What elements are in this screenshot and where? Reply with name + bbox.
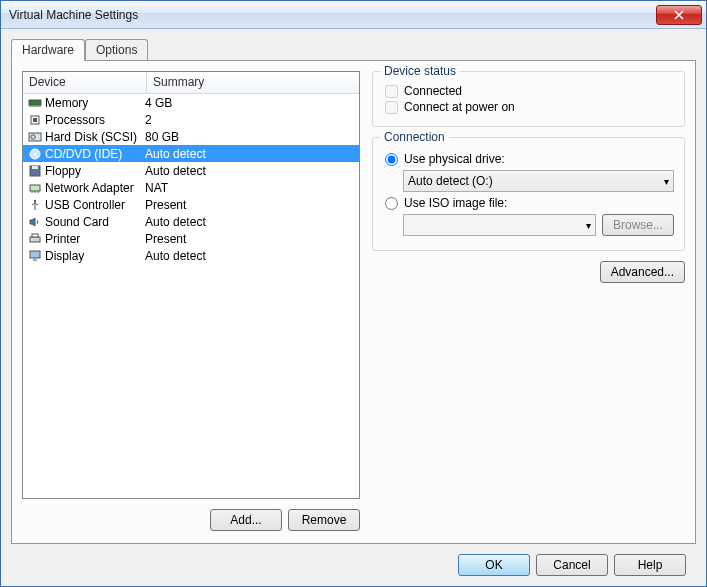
advanced-row: Advanced... — [372, 261, 685, 283]
connection-legend: Connection — [380, 130, 449, 144]
svg-rect-0 — [29, 100, 41, 105]
table-row[interactable]: Network AdapterNAT — [23, 179, 359, 196]
table-row[interactable]: DisplayAuto detect — [23, 247, 359, 264]
svg-rect-8 — [32, 166, 38, 169]
cd-icon — [28, 148, 42, 160]
summary-cell: 80 GB — [145, 130, 355, 144]
summary-cell: NAT — [145, 181, 355, 195]
summary-cell: 4 GB — [145, 96, 355, 110]
tab-options-label: Options — [96, 43, 137, 57]
connected-label: Connected — [404, 84, 462, 98]
window-title: Virtual Machine Settings — [9, 8, 656, 22]
close-button[interactable] — [656, 5, 702, 25]
physical-drive-select[interactable]: Auto detect (O:) ▾ — [403, 170, 674, 192]
table-row[interactable]: PrinterPresent — [23, 230, 359, 247]
tab-hardware[interactable]: Hardware — [11, 39, 85, 61]
column-summary[interactable]: Summary — [147, 72, 359, 93]
right-pane: Device status Connected Connect at power… — [372, 71, 685, 533]
device-status-legend: Device status — [380, 64, 460, 78]
summary-cell: Auto detect — [145, 164, 355, 178]
chevron-down-icon: ▾ — [664, 176, 669, 187]
tab-hardware-label: Hardware — [22, 43, 74, 57]
tab-options[interactable]: Options — [85, 39, 148, 60]
footer: OK Cancel Help — [11, 544, 696, 586]
svg-rect-13 — [30, 251, 40, 258]
tabcontent-hardware: Device Summary Memory4 GBProcessors2Hard… — [11, 60, 696, 544]
close-icon — [674, 10, 684, 20]
cpu-icon — [28, 114, 42, 126]
summary-cell: Auto detect — [145, 147, 355, 161]
left-button-row: Add... Remove — [22, 499, 360, 533]
svg-rect-9 — [30, 185, 40, 191]
ok-button[interactable]: OK — [458, 554, 530, 576]
content-area: Hardware Options Device Summary Memory4 … — [1, 29, 706, 586]
table-row[interactable]: CD/DVD (IDE)Auto detect — [23, 145, 359, 162]
memory-icon — [28, 97, 42, 109]
svg-point-10 — [34, 199, 36, 201]
table-row[interactable]: FloppyAuto detect — [23, 162, 359, 179]
connect-poweron-label: Connect at power on — [404, 100, 515, 114]
physical-drive-value: Auto detect (O:) — [408, 174, 493, 188]
network-icon — [28, 182, 42, 194]
add-button[interactable]: Add... — [210, 509, 282, 531]
device-cell: Memory — [45, 96, 88, 110]
svg-point-6 — [34, 152, 37, 155]
device-cell: Floppy — [45, 164, 81, 178]
usb-icon — [28, 199, 42, 211]
svg-rect-12 — [32, 234, 38, 237]
iso-path-select: ▾ — [403, 214, 596, 236]
dialog-window: Virtual Machine Settings Hardware Option… — [0, 0, 707, 587]
table-row[interactable]: Processors2 — [23, 111, 359, 128]
remove-button[interactable]: Remove — [288, 509, 360, 531]
device-status-group: Device status Connected Connect at power… — [372, 71, 685, 127]
printer-icon — [28, 233, 42, 245]
cancel-button[interactable]: Cancel — [536, 554, 608, 576]
device-cell: Printer — [45, 232, 80, 246]
device-cell: Sound Card — [45, 215, 109, 229]
sound-icon — [28, 216, 42, 228]
table-row[interactable]: Sound CardAuto detect — [23, 213, 359, 230]
table-header: Device Summary — [23, 72, 359, 94]
use-iso-radio[interactable] — [385, 197, 398, 210]
connected-checkbox[interactable] — [385, 85, 398, 98]
device-cell: Hard Disk (SCSI) — [45, 130, 137, 144]
device-cell: Processors — [45, 113, 105, 127]
titlebar: Virtual Machine Settings — [1, 1, 706, 29]
column-device[interactable]: Device — [23, 72, 147, 93]
use-physical-radio[interactable] — [385, 153, 398, 166]
use-iso-label: Use ISO image file: — [404, 196, 507, 210]
table-row[interactable]: USB ControllerPresent — [23, 196, 359, 213]
device-cell: Display — [45, 249, 84, 263]
display-icon — [28, 250, 42, 262]
svg-rect-11 — [30, 237, 40, 242]
floppy-icon — [28, 165, 42, 177]
summary-cell: Auto detect — [145, 215, 355, 229]
svg-rect-2 — [33, 118, 37, 122]
table-body: Memory4 GBProcessors2Hard Disk (SCSI)80 … — [23, 94, 359, 498]
advanced-button[interactable]: Advanced... — [600, 261, 685, 283]
connection-group: Connection Use physical drive: Auto dete… — [372, 137, 685, 251]
device-cell: CD/DVD (IDE) — [45, 147, 122, 161]
summary-cell: Present — [145, 232, 355, 246]
summary-cell: Auto detect — [145, 249, 355, 263]
table-row[interactable]: Memory4 GB — [23, 94, 359, 111]
device-cell: USB Controller — [45, 198, 125, 212]
device-cell: Network Adapter — [45, 181, 134, 195]
summary-cell: 2 — [145, 113, 355, 127]
chevron-down-icon: ▾ — [586, 220, 591, 231]
help-button[interactable]: Help — [614, 554, 686, 576]
summary-cell: Present — [145, 198, 355, 212]
browse-button: Browse... — [602, 214, 674, 236]
table-row[interactable]: Hard Disk (SCSI)80 GB — [23, 128, 359, 145]
left-pane: Device Summary Memory4 GBProcessors2Hard… — [22, 71, 360, 533]
device-table: Device Summary Memory4 GBProcessors2Hard… — [22, 71, 360, 499]
use-physical-label: Use physical drive: — [404, 152, 505, 166]
hdd-icon — [28, 131, 42, 143]
connect-poweron-checkbox[interactable] — [385, 101, 398, 114]
tabstrip: Hardware Options — [11, 39, 696, 60]
